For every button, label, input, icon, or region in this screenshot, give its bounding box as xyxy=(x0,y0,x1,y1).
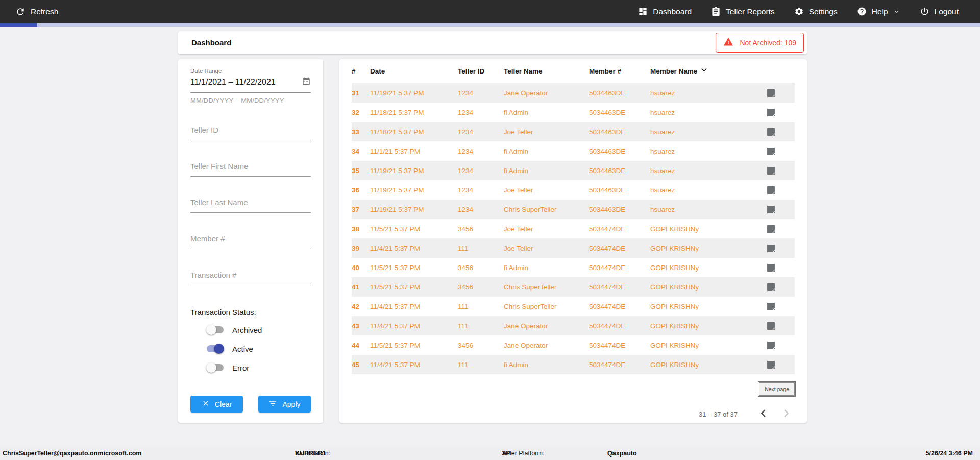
member-number-cell: 5034463DE xyxy=(589,186,650,194)
nav-settings[interactable]: Settings xyxy=(794,7,838,16)
table-row[interactable]: 3211/18/21 5:37 PM1234fi Admin5034463DEh… xyxy=(352,103,795,122)
note-icon[interactable] xyxy=(747,186,795,195)
fi-info: FI: Qaxpauto xyxy=(607,450,637,457)
nav-help[interactable]: Help xyxy=(857,7,900,16)
table-row[interactable]: 4511/4/21 5:37 PM111fi Admin5034474DEGOP… xyxy=(352,355,795,374)
note-icon[interactable] xyxy=(747,205,795,214)
column-header-teller-name[interactable]: Teller Name xyxy=(504,67,589,75)
transaction-number-input[interactable] xyxy=(190,269,311,285)
teller-name-cell: fi Admin xyxy=(504,264,589,272)
member-number-cell: 5034474DE xyxy=(589,225,650,233)
archived-toggle-thumb[interactable] xyxy=(206,325,216,335)
date-range-field[interactable]: 11/1/2021 – 11/22/2021 xyxy=(190,74,311,93)
table-row[interactable]: 4111/5/21 5:37 PM3456Chris SuperTeller50… xyxy=(352,277,795,297)
teller-id-input[interactable] xyxy=(190,124,311,140)
teller-id-cell: 1234 xyxy=(458,186,504,194)
column-header-num[interactable]: # xyxy=(352,67,370,75)
teller-name-cell: fi Admin xyxy=(504,109,589,116)
table-row[interactable]: 4011/5/21 5:37 PM3456fi Admin5034474DEGO… xyxy=(352,258,795,277)
teller-name-cell: Chris SuperTeller xyxy=(504,303,589,310)
date-cell: 11/5/21 5:37 PM xyxy=(370,264,458,272)
teller-id-cell: 111 xyxy=(458,361,504,369)
main-content: Dashboard Not Archived: 109 Date Range 1… xyxy=(0,27,980,447)
row-number-cell: 31 xyxy=(352,89,370,97)
refresh-button[interactable]: Refresh xyxy=(15,7,58,17)
note-icon[interactable] xyxy=(747,263,795,272)
teller-id-cell: 3456 xyxy=(458,225,504,233)
table-row[interactable]: 3811/5/21 5:37 PM3456Joe Teller5034474DE… xyxy=(352,219,795,238)
member-number-input[interactable] xyxy=(190,232,311,249)
archived-toggle[interactable] xyxy=(207,326,224,333)
note-icon[interactable] xyxy=(747,302,795,311)
teller-name-cell: Chris SuperTeller xyxy=(504,206,589,213)
column-header-member-name[interactable]: Member Name xyxy=(650,67,747,75)
status-bar: ChrisSuperTeller@qaxpauto.onmicrosoft.co… xyxy=(0,447,980,460)
date-cell: 11/4/21 5:37 PM xyxy=(370,322,458,330)
pagination-bar: 31 – 37 of 37 xyxy=(352,409,795,419)
date-cell: 11/4/21 5:37 PM xyxy=(370,245,458,252)
table-row[interactable]: 3711/19/21 5:37 PM1234Chris SuperTeller5… xyxy=(352,200,795,219)
error-toggle[interactable] xyxy=(207,364,224,371)
member-name-cell: hsuarez xyxy=(650,167,747,175)
calendar-icon[interactable] xyxy=(302,77,311,88)
filter-icon xyxy=(268,399,277,409)
note-icon[interactable] xyxy=(747,225,795,233)
note-icon[interactable] xyxy=(747,147,795,156)
note-icon[interactable] xyxy=(747,89,795,98)
row-number-cell: 45 xyxy=(352,361,370,369)
date-range-value[interactable]: 11/1/2021 – 11/22/2021 xyxy=(190,78,276,87)
row-number-cell: 41 xyxy=(352,283,370,291)
table-row[interactable]: 3111/19/21 5:37 PM1234Jane Operator50344… xyxy=(352,83,795,103)
apply-button[interactable]: Apply xyxy=(258,396,311,413)
table-row[interactable]: 3611/19/21 5:37 PM1234Joe Teller5034463D… xyxy=(352,180,795,200)
note-icon[interactable] xyxy=(747,128,795,136)
table-row[interactable]: 4411/5/21 5:37 PM3456Jane Operator503447… xyxy=(352,335,795,355)
member-number-cell: 5034474DE xyxy=(589,245,650,252)
column-header-teller-id[interactable]: Teller ID xyxy=(458,67,504,75)
nav-teller-reports[interactable]: Teller Reports xyxy=(711,7,775,16)
member-number-cell: 5034474DE xyxy=(589,264,650,272)
note-icon[interactable] xyxy=(747,166,795,175)
error-toggle-thumb[interactable] xyxy=(206,362,216,373)
teller-first-name-input[interactable] xyxy=(190,160,311,177)
date-cell: 11/5/21 5:37 PM xyxy=(370,342,458,349)
table-row[interactable]: 3511/19/21 5:37 PM1234fi Admin5034463DEh… xyxy=(352,161,795,180)
next-page-button[interactable]: Next page xyxy=(759,382,795,396)
note-icon[interactable] xyxy=(747,360,795,369)
table-row[interactable]: 3411/1/21 5:37 PM1234fi Admin5034463DEhs… xyxy=(352,141,795,161)
note-icon[interactable] xyxy=(747,322,795,330)
table-row[interactable]: 4211/4/21 5:37 PM111Chris SuperTeller503… xyxy=(352,297,795,316)
row-number-cell: 35 xyxy=(352,167,370,175)
active-toggle-thumb[interactable] xyxy=(214,344,224,354)
date-range-label: Date Range xyxy=(190,68,311,74)
member-number-cell: 5034474DE xyxy=(589,322,650,330)
active-toggle[interactable] xyxy=(207,345,224,352)
date-cell: 11/4/21 5:37 PM xyxy=(370,303,458,310)
column-header-date[interactable]: Date xyxy=(370,67,458,75)
teller-id-cell: 1234 xyxy=(458,148,504,155)
help-circle-icon xyxy=(857,7,867,16)
note-icon[interactable] xyxy=(747,244,795,253)
table-row[interactable]: 4311/4/21 5:37 PM111Jane Operator5034474… xyxy=(352,316,795,335)
teller-last-name-input[interactable] xyxy=(190,196,311,213)
table-row[interactable]: 3311/18/21 5:37 PM1234Joe Teller5034463D… xyxy=(352,122,795,141)
table-row[interactable]: 3911/4/21 5:37 PM111Joe Teller5034474DEG… xyxy=(352,238,795,258)
not-archived-badge[interactable]: Not Archived: 109 xyxy=(716,33,804,53)
teller-id-cell: 111 xyxy=(458,322,504,330)
next-page-arrow[interactable] xyxy=(782,409,791,419)
toggle-row-archived: Archived xyxy=(207,324,311,335)
date-cell: 11/19/21 5:37 PM xyxy=(370,89,458,97)
table-header-row: # Date Teller ID Teller Name Member # Me… xyxy=(352,59,795,83)
previous-page-arrow[interactable] xyxy=(759,409,768,419)
nav-logout[interactable]: Logout xyxy=(920,7,959,16)
note-icon[interactable] xyxy=(747,283,795,292)
column-header-member-num[interactable]: Member # xyxy=(589,67,650,75)
nav-dashboard[interactable]: Dashboard xyxy=(638,7,692,16)
clear-button[interactable]: Clear xyxy=(190,396,243,413)
progress-bar-fill xyxy=(0,23,37,27)
note-icon[interactable] xyxy=(747,341,795,350)
note-icon[interactable] xyxy=(747,108,795,117)
sort-chevron-down-icon[interactable] xyxy=(701,67,707,75)
date-cell: 11/1/21 5:37 PM xyxy=(370,148,458,155)
nav-teller-reports-label: Teller Reports xyxy=(726,7,775,16)
